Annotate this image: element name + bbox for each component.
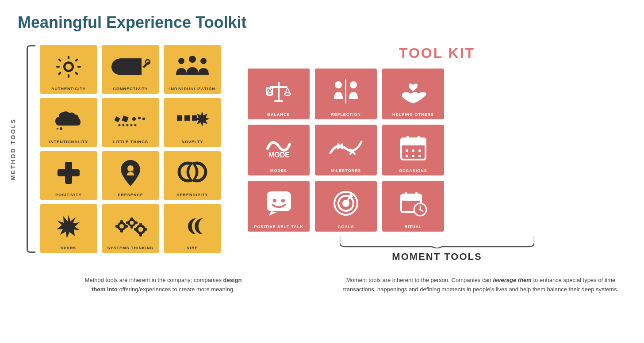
helping-others-icon — [384, 72, 442, 111]
svg-rect-4 — [56, 66, 60, 68]
helping-others-label: HELPING OTHERS — [392, 112, 434, 117]
individualization-icon — [165, 49, 219, 85]
svg-point-18 — [200, 58, 207, 64]
svg-point-84 — [418, 155, 421, 157]
vibe-icon — [165, 208, 219, 244]
description-left: Method tools are inherent in the company… — [18, 276, 309, 294]
svg-point-87 — [281, 199, 285, 202]
tool-card-ritual: RITUAL — [382, 181, 444, 232]
toolkit-section: TOOL KIT — [248, 45, 626, 263]
serendipity-icon — [165, 155, 219, 191]
little-things-label: LITTLE THINGS — [113, 140, 148, 144]
vibe-label: VIBE — [187, 246, 198, 250]
svg-rect-33 — [192, 115, 197, 121]
svg-point-23 — [132, 117, 136, 121]
modes-label: MODES — [270, 168, 287, 173]
authenticity-icon — [42, 49, 96, 85]
moment-tools-label: MOMENT TOOLS — [392, 251, 482, 263]
svg-point-40 — [119, 224, 124, 229]
svg-rect-7 — [75, 58, 78, 61]
tool-card-helping-others: HELPING OTHERS — [382, 69, 444, 119]
tool-card-positive-self-talk: POSITIVE SELF-TALK — [248, 181, 310, 232]
svg-point-67 — [335, 81, 342, 88]
novelty-label: NOVELTY — [182, 140, 203, 144]
method-tools-section: METHOD TOOLS — [18, 45, 221, 253]
toolkit-title: TOOL KIT — [248, 45, 626, 61]
svg-rect-77 — [406, 136, 409, 142]
svg-point-27 — [123, 124, 125, 126]
connectivity-label: CONNECTIVITY — [113, 87, 148, 91]
tool-card-systems-thinking: SYSTEMS THINKING — [102, 204, 159, 253]
tool-card-individualization: INDIVIDUALIZATION — [164, 45, 221, 94]
toolkit-grid: BALANCE REFLECTION — [248, 69, 626, 232]
positivity-label: POSITIVITY — [55, 193, 82, 197]
tool-card-connectivity: CONNECTIVITY — [102, 45, 159, 94]
moment-tools-bottom: MOMENT TOOLS — [248, 236, 626, 263]
novelty-icon — [165, 102, 219, 138]
tool-card-presence: PRESENCE — [102, 151, 159, 200]
milestones-label: MILESTONES — [331, 168, 361, 173]
svg-rect-9 — [75, 71, 78, 75]
svg-point-36 — [127, 165, 134, 172]
svg-point-26 — [119, 124, 121, 126]
occasions-label: OCCASIONS — [399, 168, 427, 173]
svg-rect-31 — [177, 115, 182, 121]
positive-self-talk-icon — [249, 184, 308, 223]
brace-left — [27, 45, 35, 253]
svg-point-28 — [126, 124, 129, 126]
systems-thinking-label: SYSTEMS THINKING — [107, 246, 153, 250]
svg-point-81 — [418, 149, 421, 152]
spark-label: SPARK — [61, 246, 77, 250]
svg-rect-41 — [120, 220, 123, 224]
tool-card-milestones: MILESTONES — [315, 125, 377, 175]
svg-point-46 — [130, 221, 134, 225]
brace-bottom — [340, 236, 534, 248]
individualization-label: INDIVIDUALIZATION — [169, 87, 215, 91]
goals-label: GOALS — [337, 225, 354, 229]
ritual-icon — [384, 184, 442, 223]
svg-rect-96 — [415, 192, 418, 197]
svg-rect-95 — [405, 192, 407, 197]
svg-rect-8 — [58, 71, 61, 75]
svg-rect-43 — [115, 225, 119, 228]
svg-point-100 — [419, 209, 421, 210]
tool-card-modes: MODE MODES — [248, 125, 310, 175]
modes-icon: MODE — [249, 128, 308, 167]
positivity-icon — [42, 155, 96, 191]
tool-card-occasions: OCCASIONS — [382, 125, 444, 175]
svg-rect-94 — [401, 194, 421, 201]
little-things-icon — [104, 102, 157, 138]
svg-rect-78 — [418, 136, 420, 142]
balance-label: BALANCE — [268, 112, 290, 117]
svg-point-52 — [138, 227, 143, 232]
svg-rect-6 — [58, 58, 61, 61]
svg-rect-50 — [134, 221, 138, 224]
svg-point-19 — [60, 127, 62, 130]
occasions-icon — [384, 128, 442, 167]
svg-point-83 — [412, 155, 414, 157]
svg-rect-14 — [119, 59, 142, 75]
serendipity-label: SERENDIPITY — [176, 193, 208, 197]
authenticity-label: AUTHENTICITY — [51, 87, 86, 91]
tool-card-goals: GOALS — [315, 181, 377, 232]
page-title: Meaningful Experience Toolkit — [18, 13, 626, 32]
balance-icon — [249, 72, 308, 111]
svg-rect-21 — [114, 116, 120, 122]
milestones-icon — [317, 128, 375, 167]
svg-rect-85 — [267, 191, 291, 211]
svg-rect-54 — [139, 233, 142, 236]
svg-rect-47 — [130, 217, 133, 221]
ritual-label: RITUAL — [405, 225, 422, 229]
svg-point-24 — [138, 117, 141, 119]
svg-rect-57 — [278, 82, 280, 101]
svg-text:MODE: MODE — [268, 151, 290, 159]
tool-card-positivity: POSITIVITY — [40, 151, 97, 200]
description-right: Moment tools are inherent to the person.… — [335, 276, 626, 294]
svg-point-1 — [65, 64, 72, 70]
bottom-descriptions: Method tools are inherent in the company… — [18, 276, 626, 294]
svg-point-68 — [350, 81, 357, 88]
svg-point-17 — [189, 56, 196, 63]
goals-icon — [317, 184, 375, 223]
svg-rect-66 — [345, 79, 346, 103]
method-tools-label: METHOD TOOLS — [10, 118, 16, 180]
